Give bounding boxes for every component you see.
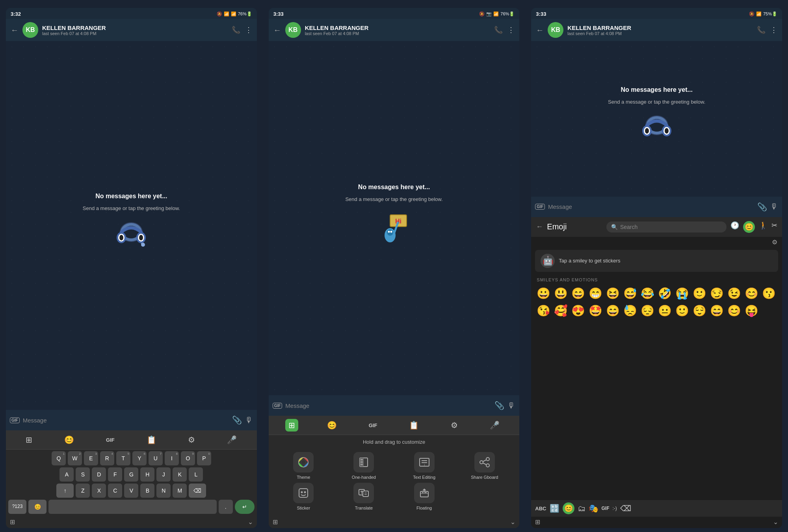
kb-gif-icon-2[interactable]: GIF — [366, 421, 381, 430]
attach-icon-2[interactable]: 📎 — [494, 401, 504, 410]
menu-icon-2[interactable]: ⋮ — [507, 26, 515, 34]
gif-badge-2[interactable]: GIF — [273, 403, 282, 409]
kb-mic-icon-1[interactable]: 🎤 — [224, 433, 240, 446]
kb-apps-icon-2[interactable]: ⊞ — [285, 419, 298, 432]
emoji-item-9[interactable]: 😭 — [674, 285, 690, 302]
key-Y[interactable]: Y6 — [132, 451, 147, 465]
key-D[interactable]: D — [92, 467, 106, 482]
key-num-switch[interactable]: ?123 — [8, 500, 26, 514]
key-space[interactable] — [48, 500, 217, 514]
emoji-item-3[interactable]: 😄 — [570, 285, 586, 302]
emoji-item-6[interactable]: 😅 — [622, 285, 638, 302]
emoji-gif-bottom-icon[interactable]: GIF — [602, 506, 610, 511]
emoji-item-13[interactable]: 😊 — [743, 285, 760, 302]
emoji-back-button[interactable]: ← — [536, 223, 543, 231]
mic-icon-1[interactable]: 🎙 — [245, 416, 253, 425]
emoji-item-25[interactable]: 😄 — [708, 303, 725, 319]
key-enter[interactable]: ↵ — [235, 500, 255, 514]
emoji-item-22[interactable]: 😐 — [656, 303, 673, 319]
emoji-sticker-mode-icon[interactable]: 🔡 — [550, 504, 559, 513]
attach-icon-1[interactable]: 📎 — [232, 415, 242, 425]
emoji-item-1[interactable]: 😀 — [535, 285, 552, 302]
key-M[interactable]: M — [173, 484, 187, 498]
back-button-2[interactable]: ← — [273, 26, 281, 35]
back-button-3[interactable]: ← — [536, 26, 544, 35]
emoji-item-23[interactable]: 🙂 — [674, 303, 690, 319]
kb-settings-icon-2[interactable]: ⚙ — [448, 419, 461, 432]
kb-bottom-grid-icon-1[interactable]: ⊞ — [10, 518, 15, 526]
kb-clipboard-icon-2[interactable]: 📋 — [406, 419, 422, 432]
key-emoji[interactable]: 😊 — [28, 500, 46, 514]
emoji-backspace-icon[interactable]: ⌫ — [620, 504, 631, 513]
gboard-menu-sticker[interactable]: Sticker — [275, 483, 332, 510]
emoji-person-icon[interactable]: 🚶 — [759, 221, 768, 233]
key-A[interactable]: A — [59, 467, 74, 482]
kb-settings-icon-1[interactable]: ⚙ — [185, 433, 198, 446]
emoji-text-icon[interactable]: :-) — [613, 506, 617, 511]
key-X[interactable]: X — [92, 484, 106, 498]
emoji-category-icon[interactable]: 🗂 — [578, 504, 585, 513]
emoji-item-18[interactable]: 🤩 — [587, 303, 604, 319]
emoji-item-4[interactable]: 😁 — [587, 285, 604, 302]
emoji-mask-icon[interactable]: 🎭 — [589, 504, 598, 513]
back-button-1[interactable]: ← — [11, 26, 19, 35]
key-G[interactable]: G — [124, 467, 138, 482]
attach-icon-3[interactable]: 📎 — [757, 202, 767, 212]
gboard-menu-floating[interactable]: Floating — [396, 483, 453, 510]
kb-bottom-grid-icon-2[interactable]: ⊞ — [273, 518, 278, 526]
menu-icon-1[interactable]: ⋮ — [245, 26, 252, 34]
kb-clipboard-icon-1[interactable]: 📋 — [143, 433, 160, 446]
key-T[interactable]: T5 — [116, 451, 130, 465]
key-N[interactable]: N — [156, 484, 171, 498]
emoji-settings-icon[interactable]: ⚙ — [772, 238, 777, 246]
key-L[interactable]: L — [189, 467, 203, 482]
message-placeholder-2[interactable]: Message — [285, 402, 491, 409]
emoji-clock-icon[interactable]: 🕐 — [730, 221, 739, 233]
emoji-item-27[interactable]: 😝 — [743, 303, 760, 319]
key-backspace[interactable]: ⌫ — [189, 484, 206, 498]
message-placeholder-1[interactable]: Message — [23, 417, 229, 424]
key-O[interactable]: O9 — [181, 451, 195, 465]
emoji-item-5[interactable]: 😆 — [604, 285, 621, 302]
emoji-item-7[interactable]: 😂 — [639, 285, 656, 302]
key-E[interactable]: E3 — [84, 451, 98, 465]
emoji-item-24[interactable]: 😌 — [691, 303, 708, 319]
emoji-abc-button[interactable]: ABC — [535, 506, 546, 512]
kb-emoji-icon-2[interactable]: 😊 — [324, 419, 340, 432]
kb-bottom-chevron-icon-1[interactable]: ⌄ — [248, 518, 253, 526]
menu-icon-3[interactable]: ⋮ — [770, 26, 777, 34]
phone-icon-1[interactable]: 📞 — [232, 26, 240, 34]
key-R[interactable]: R4 — [100, 451, 114, 465]
kb-bottom-chevron-icon-2[interactable]: ⌄ — [510, 518, 515, 526]
message-placeholder-3[interactable]: Message — [548, 203, 754, 210]
phone-icon-2[interactable]: 📞 — [494, 26, 503, 34]
key-B[interactable]: B — [140, 484, 154, 498]
emoji-item-14[interactable]: 😗 — [760, 285, 777, 302]
key-P[interactable]: P0 — [197, 451, 211, 465]
key-shift[interactable]: ↑ — [56, 484, 74, 498]
gboard-menu-textediting[interactable]: ↕ Text Editing — [396, 452, 453, 480]
kb-mic-icon-2[interactable]: 🎤 — [487, 419, 503, 432]
emoji-item-2[interactable]: 😃 — [552, 285, 569, 302]
key-C[interactable]: C — [108, 484, 122, 498]
emoji-item-10[interactable]: 🙂 — [691, 285, 708, 302]
mic-icon-2[interactable]: 🎙 — [507, 401, 515, 410]
kb-apps-icon-1[interactable]: ⊞ — [22, 433, 35, 446]
emoji-item-26[interactable]: 😊 — [726, 303, 742, 319]
emoji-search-box[interactable]: 🔍 Search — [606, 221, 727, 233]
emoji-smiley-icon[interactable]: 😊 — [743, 221, 755, 233]
key-V[interactable]: V — [124, 484, 138, 498]
mic-icon-3[interactable]: 🎙 — [770, 202, 778, 211]
phone-icon-3[interactable]: 📞 — [757, 26, 766, 34]
key-Q[interactable]: Q1 — [52, 451, 66, 465]
kb-bottom-chevron-icon-3[interactable]: ⌄ — [773, 518, 778, 526]
key-Z[interactable]: Z — [76, 484, 90, 498]
emoji-item-19[interactable]: 😄 — [604, 303, 621, 319]
emoji-item-8[interactable]: 🤣 — [656, 285, 673, 302]
key-U[interactable]: U7 — [149, 451, 163, 465]
gif-badge-1[interactable]: GIF — [10, 417, 20, 423]
kb-bottom-grid-icon-3[interactable]: ⊞ — [535, 518, 540, 526]
key-K[interactable]: K — [173, 467, 187, 482]
key-F[interactable]: F — [108, 467, 122, 482]
emoji-item-16[interactable]: 🥰 — [552, 303, 569, 319]
